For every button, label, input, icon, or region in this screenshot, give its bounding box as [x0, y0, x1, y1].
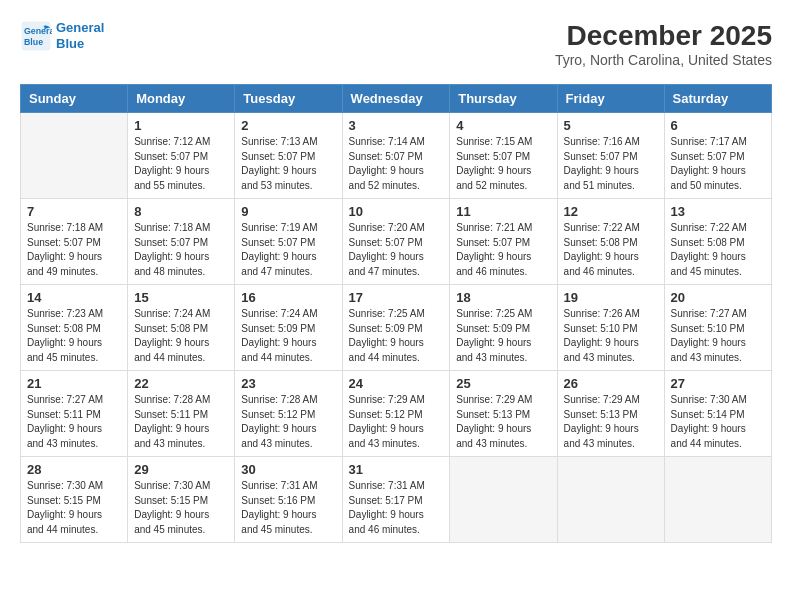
day-info: Sunrise: 7:27 AMSunset: 5:11 PMDaylight:… [27, 393, 121, 451]
day-info: Sunrise: 7:26 AMSunset: 5:10 PMDaylight:… [564, 307, 658, 365]
day-info: Sunrise: 7:15 AMSunset: 5:07 PMDaylight:… [456, 135, 550, 193]
day-number: 13 [671, 204, 765, 219]
day-info: Sunrise: 7:22 AMSunset: 5:08 PMDaylight:… [671, 221, 765, 279]
table-row: 11Sunrise: 7:21 AMSunset: 5:07 PMDayligh… [450, 199, 557, 285]
calendar-week-row: 21Sunrise: 7:27 AMSunset: 5:11 PMDayligh… [21, 371, 772, 457]
day-info: Sunrise: 7:27 AMSunset: 5:10 PMDaylight:… [671, 307, 765, 365]
day-number: 17 [349, 290, 444, 305]
table-row: 28Sunrise: 7:30 AMSunset: 5:15 PMDayligh… [21, 457, 128, 543]
day-info: Sunrise: 7:13 AMSunset: 5:07 PMDaylight:… [241, 135, 335, 193]
page-header: General Blue General Blue December 2025 … [20, 20, 772, 68]
table-row: 10Sunrise: 7:20 AMSunset: 5:07 PMDayligh… [342, 199, 450, 285]
calendar-week-row: 1Sunrise: 7:12 AMSunset: 5:07 PMDaylight… [21, 113, 772, 199]
calendar-table: Sunday Monday Tuesday Wednesday Thursday… [20, 84, 772, 543]
day-info: Sunrise: 7:25 AMSunset: 5:09 PMDaylight:… [456, 307, 550, 365]
day-number: 27 [671, 376, 765, 391]
day-info: Sunrise: 7:21 AMSunset: 5:07 PMDaylight:… [456, 221, 550, 279]
table-row: 12Sunrise: 7:22 AMSunset: 5:08 PMDayligh… [557, 199, 664, 285]
table-row: 7Sunrise: 7:18 AMSunset: 5:07 PMDaylight… [21, 199, 128, 285]
table-row: 24Sunrise: 7:29 AMSunset: 5:12 PMDayligh… [342, 371, 450, 457]
table-row: 16Sunrise: 7:24 AMSunset: 5:09 PMDayligh… [235, 285, 342, 371]
day-info: Sunrise: 7:25 AMSunset: 5:09 PMDaylight:… [349, 307, 444, 365]
day-number: 4 [456, 118, 550, 133]
table-row: 18Sunrise: 7:25 AMSunset: 5:09 PMDayligh… [450, 285, 557, 371]
header-monday: Monday [128, 85, 235, 113]
day-info: Sunrise: 7:19 AMSunset: 5:07 PMDaylight:… [241, 221, 335, 279]
day-number: 30 [241, 462, 335, 477]
table-row: 13Sunrise: 7:22 AMSunset: 5:08 PMDayligh… [664, 199, 771, 285]
table-row: 27Sunrise: 7:30 AMSunset: 5:14 PMDayligh… [664, 371, 771, 457]
day-number: 21 [27, 376, 121, 391]
day-number: 14 [27, 290, 121, 305]
calendar-week-row: 7Sunrise: 7:18 AMSunset: 5:07 PMDaylight… [21, 199, 772, 285]
day-number: 7 [27, 204, 121, 219]
table-row [664, 457, 771, 543]
day-number: 6 [671, 118, 765, 133]
table-row: 23Sunrise: 7:28 AMSunset: 5:12 PMDayligh… [235, 371, 342, 457]
day-number: 18 [456, 290, 550, 305]
day-info: Sunrise: 7:31 AMSunset: 5:16 PMDaylight:… [241, 479, 335, 537]
calendar-week-row: 14Sunrise: 7:23 AMSunset: 5:08 PMDayligh… [21, 285, 772, 371]
day-info: Sunrise: 7:28 AMSunset: 5:12 PMDaylight:… [241, 393, 335, 451]
table-row: 25Sunrise: 7:29 AMSunset: 5:13 PMDayligh… [450, 371, 557, 457]
table-row: 15Sunrise: 7:24 AMSunset: 5:08 PMDayligh… [128, 285, 235, 371]
logo-text: General Blue [56, 20, 104, 51]
day-number: 31 [349, 462, 444, 477]
day-info: Sunrise: 7:23 AMSunset: 5:08 PMDaylight:… [27, 307, 121, 365]
day-number: 22 [134, 376, 228, 391]
day-info: Sunrise: 7:30 AMSunset: 5:14 PMDaylight:… [671, 393, 765, 451]
table-row: 9Sunrise: 7:19 AMSunset: 5:07 PMDaylight… [235, 199, 342, 285]
day-info: Sunrise: 7:16 AMSunset: 5:07 PMDaylight:… [564, 135, 658, 193]
header-saturday: Saturday [664, 85, 771, 113]
table-row: 2Sunrise: 7:13 AMSunset: 5:07 PMDaylight… [235, 113, 342, 199]
table-row: 22Sunrise: 7:28 AMSunset: 5:11 PMDayligh… [128, 371, 235, 457]
day-number: 5 [564, 118, 658, 133]
table-row: 1Sunrise: 7:12 AMSunset: 5:07 PMDaylight… [128, 113, 235, 199]
day-info: Sunrise: 7:18 AMSunset: 5:07 PMDaylight:… [27, 221, 121, 279]
table-row: 4Sunrise: 7:15 AMSunset: 5:07 PMDaylight… [450, 113, 557, 199]
logo-icon: General Blue [20, 20, 52, 52]
day-info: Sunrise: 7:29 AMSunset: 5:13 PMDaylight:… [456, 393, 550, 451]
day-info: Sunrise: 7:28 AMSunset: 5:11 PMDaylight:… [134, 393, 228, 451]
table-row: 8Sunrise: 7:18 AMSunset: 5:07 PMDaylight… [128, 199, 235, 285]
day-info: Sunrise: 7:29 AMSunset: 5:13 PMDaylight:… [564, 393, 658, 451]
day-info: Sunrise: 7:12 AMSunset: 5:07 PMDaylight:… [134, 135, 228, 193]
day-number: 12 [564, 204, 658, 219]
weekday-header-row: Sunday Monday Tuesday Wednesday Thursday… [21, 85, 772, 113]
day-info: Sunrise: 7:24 AMSunset: 5:09 PMDaylight:… [241, 307, 335, 365]
day-number: 19 [564, 290, 658, 305]
day-number: 23 [241, 376, 335, 391]
svg-text:Blue: Blue [24, 37, 43, 47]
day-info: Sunrise: 7:29 AMSunset: 5:12 PMDaylight:… [349, 393, 444, 451]
day-info: Sunrise: 7:20 AMSunset: 5:07 PMDaylight:… [349, 221, 444, 279]
table-row: 14Sunrise: 7:23 AMSunset: 5:08 PMDayligh… [21, 285, 128, 371]
calendar-subtitle: Tyro, North Carolina, United States [555, 52, 772, 68]
header-wednesday: Wednesday [342, 85, 450, 113]
day-number: 1 [134, 118, 228, 133]
day-number: 15 [134, 290, 228, 305]
table-row [21, 113, 128, 199]
day-number: 25 [456, 376, 550, 391]
day-number: 24 [349, 376, 444, 391]
day-info: Sunrise: 7:17 AMSunset: 5:07 PMDaylight:… [671, 135, 765, 193]
day-info: Sunrise: 7:14 AMSunset: 5:07 PMDaylight:… [349, 135, 444, 193]
table-row [450, 457, 557, 543]
title-block: December 2025 Tyro, North Carolina, Unit… [555, 20, 772, 68]
table-row: 19Sunrise: 7:26 AMSunset: 5:10 PMDayligh… [557, 285, 664, 371]
table-row: 31Sunrise: 7:31 AMSunset: 5:17 PMDayligh… [342, 457, 450, 543]
day-number: 8 [134, 204, 228, 219]
day-number: 28 [27, 462, 121, 477]
day-number: 16 [241, 290, 335, 305]
table-row: 3Sunrise: 7:14 AMSunset: 5:07 PMDaylight… [342, 113, 450, 199]
day-info: Sunrise: 7:30 AMSunset: 5:15 PMDaylight:… [27, 479, 121, 537]
logo: General Blue General Blue [20, 20, 104, 52]
day-info: Sunrise: 7:24 AMSunset: 5:08 PMDaylight:… [134, 307, 228, 365]
day-number: 3 [349, 118, 444, 133]
table-row: 29Sunrise: 7:30 AMSunset: 5:15 PMDayligh… [128, 457, 235, 543]
day-number: 20 [671, 290, 765, 305]
day-number: 26 [564, 376, 658, 391]
day-number: 10 [349, 204, 444, 219]
header-friday: Friday [557, 85, 664, 113]
day-number: 29 [134, 462, 228, 477]
table-row: 21Sunrise: 7:27 AMSunset: 5:11 PMDayligh… [21, 371, 128, 457]
